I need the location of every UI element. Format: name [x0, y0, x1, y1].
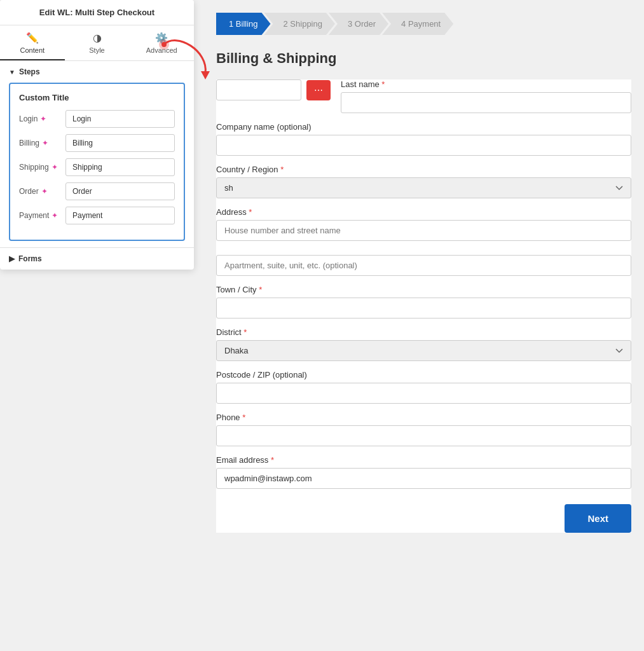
- phone-input[interactable]: [216, 425, 631, 446]
- forms-toggle[interactable]: ▶ Forms: [9, 254, 185, 263]
- district-group: District * Dhaka: [216, 327, 631, 361]
- district-select[interactable]: Dhaka: [216, 340, 631, 361]
- steps-arrow-icon: ▼: [9, 69, 15, 76]
- step-label-order: Order ✦: [19, 187, 60, 196]
- address2-group: [216, 255, 631, 276]
- step-row-payment: Payment ✦: [19, 207, 175, 224]
- address-group: Address *: [216, 207, 631, 246]
- email-group: Email address *: [216, 455, 631, 489]
- panel-title: Edit WL: Multi Step Checkout: [0, 0, 194, 25]
- address-input[interactable]: [216, 220, 631, 241]
- custom-title-header: Custom Title: [19, 93, 175, 102]
- step-row-billing: Billing ✦: [19, 134, 175, 152]
- city-input[interactable]: [216, 298, 631, 319]
- email-label: Email address *: [216, 455, 631, 465]
- address-label: Address *: [216, 207, 631, 217]
- last-name-required: *: [381, 79, 385, 89]
- step-input-login[interactable]: [65, 110, 175, 128]
- company-input[interactable]: [216, 135, 631, 156]
- drag-icon-shipping: ✦: [51, 163, 58, 172]
- tab-style[interactable]: ◑ Style: [65, 25, 130, 60]
- city-label: Town / City *: [216, 285, 631, 294]
- tab-style-label: Style: [89, 46, 104, 54]
- svg-point-2: [161, 42, 167, 47]
- last-name-input[interactable]: [341, 92, 631, 113]
- style-icon: ◑: [93, 32, 102, 44]
- step-label-payment: Payment ✦: [19, 211, 60, 220]
- country-select[interactable]: sh: [216, 177, 631, 198]
- first-name-input[interactable]: [216, 79, 301, 100]
- step-input-payment[interactable]: [65, 207, 175, 224]
- step-label-login: Login ✦: [19, 114, 60, 123]
- steps-toggle-label: Steps: [19, 67, 40, 76]
- district-label: District *: [216, 327, 631, 337]
- name-row: ⋯ Last name *: [216, 79, 631, 113]
- country-required: *: [280, 165, 284, 174]
- drag-icon-payment: ✦: [51, 211, 58, 220]
- step-input-billing[interactable]: [65, 134, 175, 152]
- step-input-shipping[interactable]: [65, 158, 175, 176]
- postcode-input[interactable]: [216, 383, 631, 404]
- postcode-group: Postcode / ZIP (optional): [216, 370, 631, 404]
- next-button[interactable]: Next: [565, 504, 631, 533]
- checkout-step-shipping[interactable]: 2 Shipping: [264, 13, 335, 35]
- arrow-decoration: [158, 38, 221, 89]
- country-label: Country / Region *: [216, 165, 631, 174]
- step-input-order[interactable]: [65, 182, 175, 200]
- forms-arrow-icon: ▶: [9, 254, 15, 263]
- checkout-step-order[interactable]: 3 Order: [329, 13, 388, 35]
- forms-section: ▶ Forms: [0, 247, 194, 270]
- drag-icon-billing: ✦: [42, 139, 48, 147]
- svg-marker-0: [201, 71, 210, 79]
- step-row-login: Login ✦: [19, 110, 175, 128]
- page-title: Billing & Shipping: [216, 50, 631, 67]
- checkout-step-billing[interactable]: 1 Billing: [216, 13, 271, 35]
- company-label: Company name (optional): [216, 122, 631, 132]
- step-label-shipping: Shipping ✦: [19, 163, 60, 172]
- drag-icon-login: ✦: [40, 114, 46, 123]
- phone-label: Phone *: [216, 413, 631, 422]
- checkout-steps: 1 Billing 2 Shipping 3 Order 4 Payment: [216, 13, 631, 35]
- step-row-order: Order ✦: [19, 182, 175, 200]
- forms-toggle-label: Forms: [18, 254, 42, 263]
- address2-input[interactable]: [216, 255, 631, 276]
- email-required: *: [271, 455, 274, 465]
- main-content: 1 Billing 2 Shipping 3 Order 4 Payment B…: [210, 0, 644, 545]
- step-label-billing: Billing ✦: [19, 139, 60, 147]
- tab-content[interactable]: ✏️ Content: [0, 25, 65, 60]
- step-row-shipping: Shipping ✦: [19, 158, 175, 176]
- city-required: *: [259, 285, 262, 294]
- tab-content-label: Content: [20, 46, 45, 54]
- email-input[interactable]: [216, 468, 631, 489]
- last-name-group: Last name *: [341, 79, 631, 113]
- city-group: Town / City *: [216, 285, 631, 319]
- custom-title-panel: Custom Title Login ✦ Billing ✦ Shipping: [9, 83, 185, 241]
- button-row: Next: [216, 498, 631, 533]
- phone-group: Phone *: [216, 413, 631, 446]
- drag-icon-order: ✦: [41, 187, 48, 196]
- first-name-group: ⋯: [216, 79, 331, 113]
- company-group: Company name (optional): [216, 122, 631, 156]
- phone-required: *: [242, 413, 245, 422]
- last-name-label: Last name *: [341, 79, 631, 89]
- address-required: *: [249, 207, 252, 217]
- options-button[interactable]: ⋯: [306, 80, 331, 100]
- district-required: *: [243, 327, 247, 337]
- checkout-step-payment[interactable]: 4 Payment: [382, 13, 453, 35]
- pencil-icon: ✏️: [26, 32, 39, 44]
- billing-form: ⋯ Last name * Company name (optional) Co…: [216, 79, 631, 533]
- postcode-label: Postcode / ZIP (optional): [216, 370, 631, 380]
- country-group: Country / Region * sh: [216, 165, 631, 198]
